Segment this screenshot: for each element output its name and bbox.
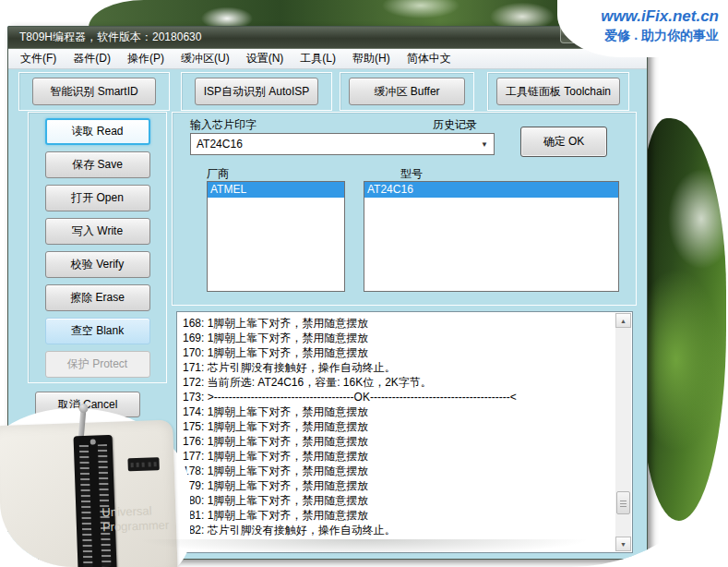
brand-slogan: 爱修 . 助力你的事业 — [574, 28, 719, 44]
vendor-label: 厂商 — [207, 166, 229, 182]
log-line: 172: 当前所选: AT24C16，容量: 16K位，2K字节。 — [183, 375, 612, 390]
titlebar: T809H编程器，软件版本：20180630 – — [8, 27, 647, 49]
menu-tools[interactable]: 工具(L) — [292, 48, 344, 69]
vendor-listbox[interactable]: ATMEL — [207, 181, 345, 292]
window-drop-shadow — [65, 539, 663, 561]
menu-language[interactable]: 简体中文 — [399, 48, 459, 69]
brand-watermark: www.iFix.net.cn 爱修 . 助力你的事业 — [557, 0, 728, 57]
write-button[interactable]: 写入 Write — [45, 218, 150, 245]
chip-input-combobox[interactable]: AT24C16 ▼ — [190, 133, 495, 155]
menu-buffer[interactable]: 缓冲区(U) — [173, 48, 238, 69]
collage-scene: T809H编程器，软件版本：20180630 – 文件(F) 器件(D) 操作(… — [0, 0, 728, 567]
chip-select-panel: 输入芯片印字 历史记录 AT24C16 ▼ 确定 OK 厂商 型号 ATMEL … — [172, 112, 637, 306]
zif-pivot — [90, 439, 96, 444]
window-title: T809H编程器，软件版本：20180630 — [19, 30, 201, 45]
log-output-area[interactable]: 168: 1脚朝上靠下对齐，禁用随意摆放 169: 1脚朝上靠下对齐，禁用随意摆… — [176, 311, 633, 553]
log-line: 171: 芯片引脚没有接触好，操作自动终止。 — [183, 360, 612, 375]
smartid-button[interactable]: 智能识别 SmartID — [32, 78, 156, 105]
log-line: 179: 1脚朝上靠下对齐，禁用随意摆放 — [183, 478, 612, 493]
log-line: 177: 1脚朝上靠下对齐，禁用随意摆放 — [183, 449, 612, 464]
pin-header-connector — [127, 457, 159, 471]
log-line: 181: 1脚朝上靠下对齐，禁用随意摆放 — [183, 508, 612, 523]
autoisp-button[interactable]: ISP自动识别 AutoISP — [195, 78, 318, 105]
scroll-up-icon[interactable]: ▲ — [615, 313, 631, 328]
toolbar-group-buffer: 缓冲区 Buffer — [340, 72, 474, 111]
model-list-item[interactable]: AT24C16 — [364, 182, 618, 198]
buffer-button[interactable]: 缓冲区 Buffer — [349, 78, 465, 105]
brand-url: www.iFix.net.cn — [574, 7, 719, 26]
ok-button[interactable]: 确定 OK — [520, 127, 607, 157]
screenshot-canvas: T809H编程器，软件版本：20180630 – 文件(F) 器件(D) 操作(… — [0, 0, 728, 567]
chip-input-label: 输入芯片印字 — [190, 117, 257, 133]
vendor-list-item[interactable]: ATMEL — [208, 182, 344, 198]
model-listbox[interactable]: AT24C16 — [364, 181, 619, 292]
menubar: 文件(F) 器件(D) 操作(P) 缓冲区(U) 设置(N) 工具(L) 帮助(… — [8, 49, 647, 69]
toolbar-group-autoisp: ISP自动识别 AutoISP — [181, 72, 332, 111]
chevron-down-icon[interactable]: ▼ — [481, 140, 488, 149]
save-button[interactable]: 保存 Save — [45, 151, 150, 178]
log-line: 173: >----------------------------------… — [183, 390, 612, 404]
blank-check-button[interactable]: 查空 Blank — [45, 318, 150, 344]
device-print-text: Universal Programmer — [101, 503, 169, 536]
log-line: 175: 1脚朝上靠下对齐，禁用随意摆放 — [183, 419, 612, 434]
log-line: 168: 1脚朝上靠下对齐，禁用随意摆放 — [183, 316, 612, 331]
read-button[interactable]: 读取 Read — [45, 118, 150, 145]
log-line: 180: 1脚朝上靠下对齐，禁用随意摆放 — [183, 493, 612, 508]
toolbar-group-toolchain: 工具链面板 Toolchain — [487, 72, 629, 111]
leaf-photo — [643, 118, 726, 521]
chip-input-value: AT24C16 — [197, 138, 243, 151]
toolbar-group-smartid: 智能识别 SmartID — [18, 72, 170, 111]
menu-help[interactable]: 帮助(H) — [344, 48, 399, 69]
log-line: 178: 1脚朝上靠下对齐，禁用随意摆放 — [183, 464, 612, 478]
log-line: 176: 1脚朝上靠下对齐，禁用随意摆放 — [183, 434, 612, 449]
history-label: 历史记录 — [433, 117, 477, 133]
log-scrollbar[interactable]: ▲ ▼ — [615, 313, 631, 551]
log-lines: 168: 1脚朝上靠下对齐，禁用随意摆放 169: 1脚朝上靠下对齐，禁用随意摆… — [183, 316, 612, 537]
menu-settings[interactable]: 设置(N) — [238, 48, 292, 69]
toolchain-button[interactable]: 工具链面板 Toolchain — [496, 78, 620, 105]
menu-device[interactable]: 器件(D) — [65, 48, 119, 69]
protect-button: 保护 Protect — [45, 351, 150, 378]
log-line: 174: 1脚朝上靠下对齐，禁用随意摆放 — [183, 404, 612, 419]
model-label: 型号 — [400, 166, 423, 182]
zif-lever — [78, 410, 87, 438]
verify-button[interactable]: 校验 Verify — [45, 251, 150, 278]
menu-operate[interactable]: 操作(P) — [119, 48, 173, 69]
log-line: 182: 芯片引脚没有接触好，操作自动终止。 — [183, 523, 612, 537]
open-button[interactable]: 打开 Open — [45, 185, 150, 211]
menu-file[interactable]: 文件(F) — [12, 48, 65, 69]
scrollbar-thumb[interactable] — [616, 491, 630, 514]
log-line: 170: 1脚朝上靠下对齐，禁用随意摆放 — [183, 345, 612, 360]
device-text-line2: Programmer — [102, 518, 170, 536]
action-button-panel: 读取 Read 保存 Save 打开 Open 写入 Write 校验 Veri… — [28, 112, 167, 383]
erase-button[interactable]: 擦除 Erase — [45, 284, 150, 311]
log-line: 169: 1脚朝上靠下对齐，禁用随意摆放 — [183, 331, 612, 345]
